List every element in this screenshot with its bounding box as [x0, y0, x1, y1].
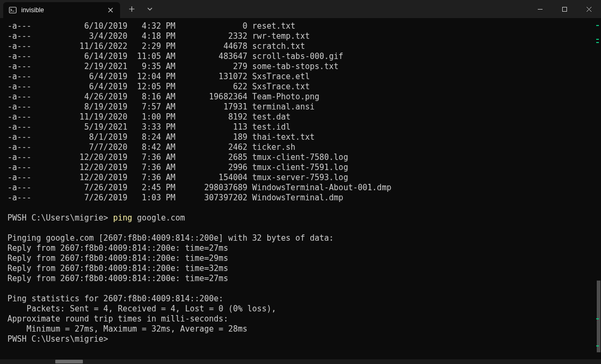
tab-title: invisible — [21, 6, 102, 14]
scrollbar-mark — [596, 39, 599, 40]
terminal-line — [7, 203, 590, 213]
terminal-line: Reply from 2607:f8b0:4009:814::200e: tim… — [7, 253, 590, 264]
terminal-window: invisible — [0, 0, 601, 364]
terminal-line: Reply from 2607:f8b0:4009:814::200e: tim… — [7, 243, 590, 253]
scrollbar-thumb[interactable] — [597, 281, 600, 352]
terminal-icon — [9, 6, 17, 14]
terminal-line: -a--- 11/16/2022 2:29 PM 44678 scratch.t… — [7, 41, 590, 52]
terminal-line: Packets: Sent = 4, Received = 4, Lost = … — [7, 304, 590, 314]
terminal-line: Approximate round trip times in milli-se… — [7, 314, 590, 324]
terminal-line: -a--- 7/26/2019 1:03 PM 307397202 Window… — [7, 193, 590, 203]
new-tab-button[interactable] — [123, 1, 140, 17]
terminal-line: -a--- 8/19/2019 7:57 AM 17931 terminal.a… — [7, 102, 590, 112]
terminal-line: -a--- 7/26/2019 2:45 PM 298037689 Window… — [7, 183, 590, 193]
titlebar[interactable]: invisible — [0, 0, 601, 18]
scrollbar-track[interactable] — [595, 18, 600, 359]
terminal-line: -a--- 12/20/2019 7:36 AM 2685 tmux-clien… — [7, 153, 590, 163]
terminal-line: Ping statistics for 2607:f8b0:4009:814::… — [7, 294, 590, 304]
terminal-line: -a--- 2/19/2021 9:35 AM 279 some-tab-sto… — [7, 62, 590, 72]
taskbar-thumbnail — [55, 360, 83, 363]
svg-rect-1 — [562, 7, 566, 11]
terminal-line: -a--- 11/19/2020 1:00 PM 8192 test.dat — [7, 112, 590, 122]
scrollbar-mark — [596, 25, 599, 26]
terminal-line: -a--- 8/1/2019 8:24 AM 189 thai-text.txt — [7, 132, 590, 142]
new-tab-dropdown-button[interactable] — [141, 1, 158, 17]
terminal-pane[interactable]: -a--- 6/10/2019 4:32 PM 0 reset.txt-a---… — [0, 18, 601, 359]
terminal-line: PWSH C:\Users\migrie> ping google.com — [7, 213, 590, 223]
terminal-line: -a--- 6/14/2019 11:05 AM 483647 scroll-t… — [7, 52, 590, 62]
tab-actions — [120, 0, 158, 18]
terminal-line: -a--- 5/19/2021 3:33 PM 113 test.idl — [7, 122, 590, 132]
terminal-line: -a--- 6/4/2019 12:04 PM 131072 SxsTrace.… — [7, 72, 590, 82]
terminal-line: Minimum = 27ms, Maximum = 32ms, Average … — [7, 324, 590, 334]
terminal-line: -a--- 12/20/2019 7:36 AM 154004 tmux-ser… — [7, 173, 590, 183]
window-controls — [528, 0, 601, 18]
terminal-line — [7, 223, 590, 233]
maximize-button[interactable] — [552, 0, 577, 18]
terminal-line: Reply from 2607:f8b0:4009:814::200e: tim… — [7, 264, 590, 274]
terminal-output[interactable]: -a--- 6/10/2019 4:32 PM 0 reset.txt-a---… — [0, 18, 593, 359]
terminal-line: Pinging google.com [2607:f8b0:4009:814::… — [7, 233, 590, 243]
terminal-line: -a--- 4/26/2019 8:16 AM 19682364 Team-Ph… — [7, 92, 590, 102]
titlebar-drag-region[interactable] — [158, 0, 528, 18]
terminal-line: -a--- 3/4/2020 4:18 PM 2332 rwr-temp.txt — [7, 31, 590, 41]
svg-rect-0 — [10, 7, 16, 13]
taskbar-sliver — [0, 359, 601, 364]
close-button[interactable] — [577, 0, 601, 18]
tab-active[interactable]: invisible — [3, 2, 120, 18]
scrollbar-mark — [596, 42, 599, 43]
terminal-line: -a--- 7/7/2020 8:42 AM 2462 ticker.sh — [7, 142, 590, 153]
terminal-line: PWSH C:\Users\migrie> — [7, 334, 590, 344]
scrollbar[interactable] — [593, 18, 601, 359]
scrollbar-mark — [596, 318, 599, 319]
terminal-line: Reply from 2607:f8b0:4009:814::200e: tim… — [7, 274, 590, 284]
terminal-line: -a--- 12/20/2019 7:36 AM 2996 tmux-clien… — [7, 163, 590, 173]
terminal-line: -a--- 6/4/2019 12:05 PM 622 SxsTrace.txt — [7, 82, 590, 92]
scrollbar-mark — [596, 345, 599, 346]
tab-strip: invisible — [0, 0, 120, 18]
tab-close-button[interactable] — [106, 6, 115, 14]
terminal-line: -a--- 6/10/2019 4:32 PM 0 reset.txt — [7, 21, 590, 31]
terminal-line — [7, 284, 590, 294]
minimize-button[interactable] — [528, 0, 552, 18]
